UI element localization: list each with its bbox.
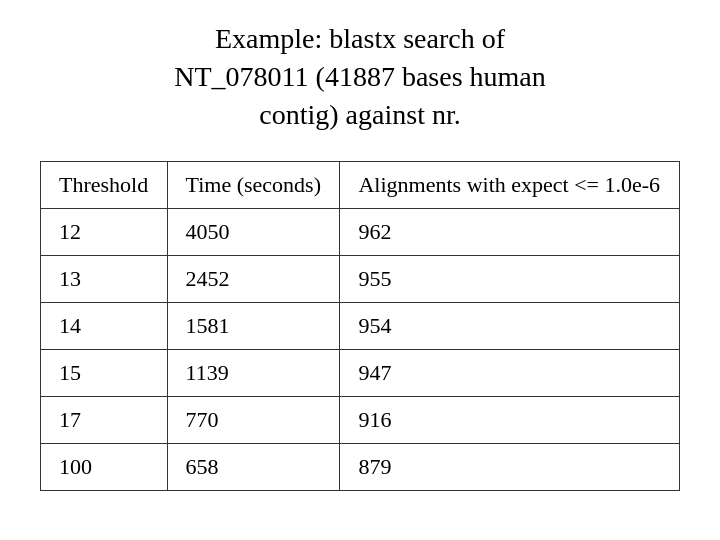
col-header-threshold: Threshold: [41, 162, 168, 209]
cell-threshold: 15: [41, 350, 168, 397]
cell-time: 2452: [167, 256, 340, 303]
cell-threshold: 13: [41, 256, 168, 303]
cell-alignments: 947: [340, 350, 680, 397]
cell-alignments: 955: [340, 256, 680, 303]
cell-alignments: 954: [340, 303, 680, 350]
table-row: 124050962: [41, 209, 680, 256]
cell-alignments: 879: [340, 444, 680, 491]
cell-alignments: 916: [340, 397, 680, 444]
cell-threshold: 14: [41, 303, 168, 350]
cell-alignments: 962: [340, 209, 680, 256]
table-row: 141581954: [41, 303, 680, 350]
cell-threshold: 12: [41, 209, 168, 256]
cell-threshold: 17: [41, 397, 168, 444]
table-row: 17770916: [41, 397, 680, 444]
page-title: Example: blastx search of NT_078011 (418…: [174, 20, 545, 133]
data-table: Threshold Time (seconds) Alignments with…: [40, 161, 680, 491]
cell-time: 770: [167, 397, 340, 444]
table-header-row: Threshold Time (seconds) Alignments with…: [41, 162, 680, 209]
col-header-alignments: Alignments with expect <= 1.0e-6: [340, 162, 680, 209]
cell-time: 4050: [167, 209, 340, 256]
cell-time: 658: [167, 444, 340, 491]
table-row: 100658879: [41, 444, 680, 491]
cell-time: 1581: [167, 303, 340, 350]
table-row: 132452955: [41, 256, 680, 303]
col-header-time: Time (seconds): [167, 162, 340, 209]
cell-time: 1139: [167, 350, 340, 397]
table-row: 151139947: [41, 350, 680, 397]
cell-threshold: 100: [41, 444, 168, 491]
